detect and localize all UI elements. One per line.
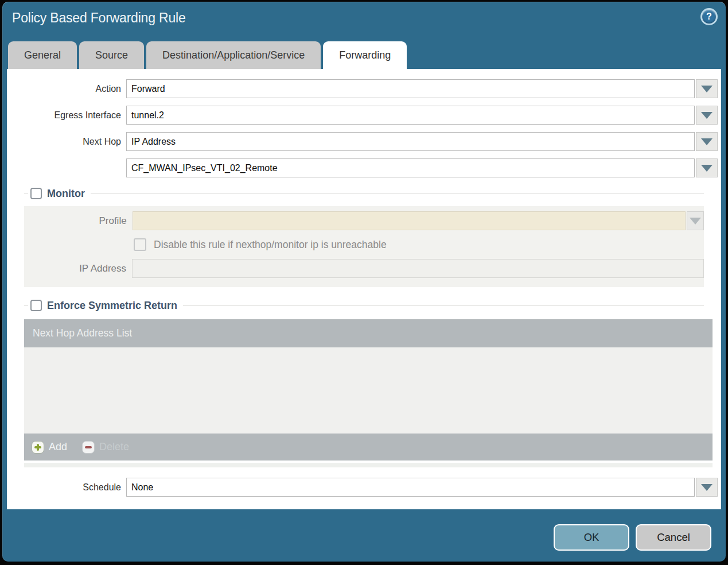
disable-rule-checkbox-disabled [134,238,146,251]
schedule-select[interactable]: None [126,478,695,497]
tab-general[interactable]: General [8,41,77,69]
enforce-symmetric-return-title: Enforce Symmetric Return [47,300,183,312]
next-hop-dropdown-button[interactable] [696,132,718,151]
ok-button[interactable]: OK [554,524,629,551]
next-hop-address-list-toolbar: Add Delete [24,434,713,460]
enforce-symmetric-return-section: Enforce Symmetric Return Next Hop Addres… [24,299,704,467]
delete-button-label: Delete [99,441,129,453]
monitor-section-header: Monitor [24,187,704,200]
egress-interface-dropdown-button[interactable] [696,106,718,125]
monitor-checkbox[interactable] [30,188,42,199]
chevron-down-icon [701,112,713,119]
disable-rule-label: Disable this rule if nexthop/monitor ip … [154,239,387,251]
next-hop-address-row: CF_MWAN_IPsec_VTI_02_Remote [7,158,721,177]
next-hop-address-label-spacer [7,158,126,177]
add-plus-icon [32,441,44,454]
table-scroll-strip [24,463,713,467]
monitor-section-title: Monitor [47,188,91,200]
chevron-down-icon [701,86,713,92]
disable-rule-row: Disable this rule if nexthop/monitor ip … [134,238,704,251]
next-hop-address-list-body[interactable] [24,347,713,434]
help-button[interactable]: ? [700,8,718,25]
profile-row: Profile [24,211,704,230]
next-hop-address-list-header: Next Hop Address List [24,319,713,347]
delete-button-disabled: Delete [82,441,129,454]
egress-interface-row: Egress Interface tunnel.2 [7,106,721,125]
profile-select-disabled [133,211,686,230]
tab-bar: General Source Destination/Application/S… [2,40,726,69]
tab-content-forwarding: Action Forward Egress Interface tunnel.2 [7,69,721,509]
enforce-symmetric-return-header: Enforce Symmetric Return [24,299,704,312]
action-dropdown-button[interactable] [696,79,718,98]
action-select[interactable]: Forward [126,79,695,98]
pbf-rule-dialog: Policy Based Forwarding Rule ? General S… [2,2,726,562]
add-button[interactable]: Add [32,441,67,454]
profile-label: Profile [24,211,133,230]
title-bar: Policy Based Forwarding Rule ? [2,2,726,40]
tab-forwarding[interactable]: Forwarding [323,41,407,69]
next-hop-address-select[interactable]: CF_MWAN_IPsec_VTI_02_Remote [126,158,695,177]
next-hop-select[interactable]: IP Address [126,132,695,151]
chevron-down-icon [701,138,713,145]
dialog-footer: OK Cancel [2,509,726,551]
profile-dropdown-button-disabled [687,211,704,230]
egress-interface-select[interactable]: tunnel.2 [126,106,695,125]
next-hop-label: Next Hop [7,132,126,151]
monitor-section: Monitor Profile Disable [24,187,704,287]
next-hop-row: Next Hop IP Address [7,132,721,151]
dialog-title: Policy Based Forwarding Rule [12,10,186,26]
next-hop-address-list-table: Next Hop Address List Add Delete [24,319,713,460]
schedule-dropdown-button[interactable] [696,478,718,497]
monitor-ip-address-input-disabled [132,259,704,278]
action-row: Action Forward [7,79,721,98]
add-button-label: Add [49,441,67,453]
help-icon: ? [702,10,716,24]
monitor-ip-address-row: IP Address [24,259,704,278]
delete-minus-icon [82,441,95,454]
enforce-symmetric-return-checkbox[interactable] [30,300,42,311]
tab-destination-application-service[interactable]: Destination/Application/Service [146,41,321,69]
cancel-button[interactable]: Cancel [636,524,711,551]
chevron-down-icon [701,165,713,172]
chevron-down-icon [690,218,701,225]
monitor-panel: Profile Disable this rule if nexthop/mon… [24,206,704,287]
schedule-label: Schedule [7,478,126,497]
egress-interface-label: Egress Interface [7,106,126,125]
action-label: Action [7,79,126,98]
screenshot-frame: Policy Based Forwarding Rule ? General S… [0,0,728,565]
tab-source[interactable]: Source [79,41,144,69]
monitor-ip-address-label: IP Address [24,259,132,278]
schedule-row: Schedule None [7,478,721,497]
next-hop-address-dropdown-button[interactable] [696,158,718,177]
chevron-down-icon [701,484,713,491]
